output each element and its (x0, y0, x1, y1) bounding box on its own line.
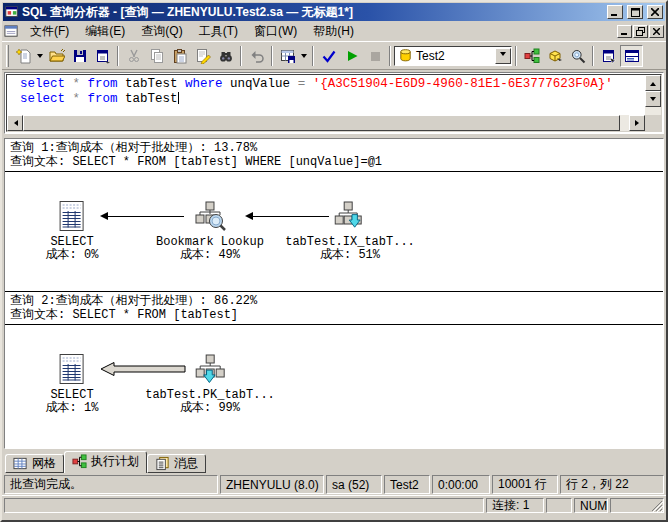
editor-horizontal-scrollbar[interactable] (7, 115, 645, 131)
mdi-restore-button[interactable] (633, 25, 648, 38)
menu-edit[interactable]: 编辑(E) (77, 21, 133, 42)
save-button[interactable] (68, 45, 91, 67)
execute-mode-dropdown[interactable] (299, 45, 309, 67)
plan-node-cost: 成本: 49% (156, 249, 264, 262)
maximize-button[interactable] (627, 5, 643, 19)
tab-messages[interactable]: 消息 (147, 454, 206, 473)
new-query-dropdown[interactable] (35, 45, 45, 67)
object-browser-button[interactable] (543, 45, 566, 67)
status-server: ZHENYULU (8.0) (220, 475, 324, 494)
chevron-down-icon (500, 52, 506, 59)
title-bar[interactable]: SQL 查询分析器 - [查询 — ZHENYULU.Test2.sa — 无标… (3, 3, 665, 21)
sql-query-analyzer-window: SQL 查询分析器 - [查询 — ZHENYULU.Test2.sa — 无标… (0, 0, 668, 522)
menu-file[interactable]: 文件(F) (22, 21, 77, 42)
plan-node-bookmark-lookup[interactable]: Bookmark Lookup 成本: 49% (156, 200, 264, 262)
execution-plan-button[interactable] (520, 45, 543, 67)
cancel-query-button[interactable] (363, 45, 386, 67)
find-button[interactable] (214, 45, 237, 67)
close-icon (651, 8, 659, 16)
new-query-icon (16, 48, 32, 64)
plan-node-cost: 成本: 0% (46, 249, 99, 262)
index-seek-icon (334, 200, 366, 232)
object-browser-icon (547, 48, 563, 64)
arrow-down-icon (650, 97, 656, 104)
select-node-icon (59, 200, 85, 232)
plan-node-select[interactable]: SELECT 成本: 1% (46, 353, 99, 415)
clear-window-button[interactable] (191, 45, 214, 67)
undo-button[interactable] (245, 45, 268, 67)
database-combobox-value: Test2 (416, 49, 445, 63)
plan-node-clustered-index-scan[interactable]: tabTest.PK_tabT... 成本: 99% (145, 353, 275, 415)
execute-mode-icon (280, 48, 296, 64)
object-search-icon (570, 48, 586, 64)
sql-editor[interactable]: select * from tabTest where unqValue = '… (7, 75, 645, 115)
insert-template-button[interactable] (91, 45, 114, 67)
show-results-pane-button[interactable] (620, 45, 643, 67)
tab-execution-plan[interactable]: 执行计划 (64, 451, 147, 473)
menu-tools[interactable]: 工具(T) (191, 21, 246, 42)
tab-label: 网格 (32, 455, 56, 472)
database-combobox-dropdown[interactable] (495, 48, 511, 64)
menu-query[interactable]: 查询(Q) (133, 21, 190, 42)
status-num-lock: NUM (574, 498, 608, 513)
open-file-icon (49, 48, 65, 64)
parse-check-icon (321, 48, 337, 64)
undo-icon (249, 48, 265, 64)
arrow-right-icon (635, 120, 642, 126)
tab-grid[interactable]: 网格 (5, 454, 64, 473)
query2-cost-line: 查询 2:查询成本（相对于批处理）: 86.22% (10, 294, 663, 308)
scroll-right-button[interactable] (629, 115, 645, 131)
results-tab-bar: 网格 执行计划 消息 (2, 449, 666, 473)
arrow-left-icon (100, 212, 108, 220)
toolbar-separator (312, 46, 314, 66)
arrow-left-icon (11, 120, 18, 126)
status-connections: 连接: 1 (486, 498, 544, 513)
grid-icon (13, 456, 28, 471)
parse-query-button[interactable] (317, 45, 340, 67)
status-database: Test2 (384, 475, 430, 494)
execute-query-button[interactable] (340, 45, 363, 67)
mdi-close-button[interactable] (649, 25, 664, 38)
query-status-bar: 批查询完成。 ZHENYULU (8.0) sa (52) Test2 0:00… (2, 473, 666, 495)
database-icon (398, 48, 413, 63)
database-combobox[interactable]: Test2 (394, 46, 512, 66)
open-file-button[interactable] (45, 45, 68, 67)
paste-icon (172, 48, 188, 64)
sql-line-2: select * from tabTest (20, 92, 645, 107)
insert-template-icon (95, 48, 111, 64)
mdi-child-icon (4, 24, 19, 39)
editor-vertical-scrollbar[interactable] (645, 75, 661, 115)
cut-button[interactable] (122, 45, 145, 67)
scroll-up-button[interactable] (645, 75, 661, 91)
app-icon (5, 5, 19, 19)
scroll-left-button[interactable] (7, 115, 23, 131)
save-icon (72, 48, 88, 64)
execute-mode-button[interactable] (276, 45, 299, 67)
plan-node-select[interactable]: SELECT 成本: 0% (46, 200, 99, 262)
copy-button[interactable] (145, 45, 168, 67)
paste-button[interactable] (168, 45, 191, 67)
mdi-minimize-button[interactable] (617, 25, 632, 38)
menu-help[interactable]: 帮助(H) (305, 21, 362, 42)
scrollbar-thumb[interactable] (23, 115, 620, 131)
menu-window[interactable]: 窗口(W) (246, 21, 305, 42)
status-exec-time: 0:00:00 (432, 475, 490, 494)
toolbar-separator (117, 46, 119, 66)
app-status-message (4, 498, 484, 513)
maximize-icon (631, 8, 640, 17)
scroll-down-button[interactable] (645, 91, 661, 107)
object-search-button[interactable] (566, 45, 589, 67)
connection-properties-icon (601, 48, 617, 64)
clear-window-icon (195, 48, 211, 64)
toolbar: Test2 (2, 41, 666, 70)
stop-icon (367, 48, 383, 64)
toolbar-separator (592, 46, 594, 66)
close-button[interactable] (647, 5, 663, 19)
minimize-icon (611, 8, 619, 16)
minimize-button[interactable] (607, 5, 623, 19)
execution-plan-icon (72, 454, 87, 469)
messages-icon (155, 456, 170, 471)
new-query-button[interactable] (12, 45, 35, 67)
plan-node-index-seek[interactable]: tabTest.IX_tabT... 成本: 51% (285, 200, 415, 262)
connection-properties-button[interactable] (597, 45, 620, 67)
